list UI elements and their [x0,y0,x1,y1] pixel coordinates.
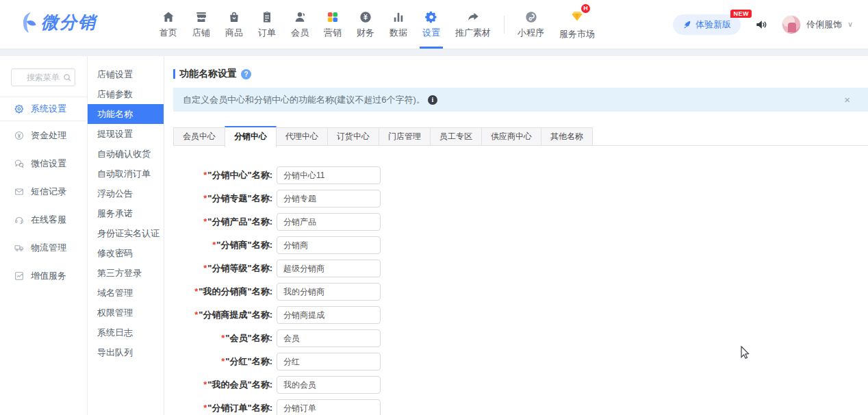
field-input-distribution-topic[interactable] [277,190,381,208]
required-marker: * [221,356,225,366]
nav-item-settings[interactable]: 设置 [415,0,448,49]
form-field-row: *"分销商提成"名称: [164,306,381,324]
tab-other-names[interactable]: 其他名称 [541,127,593,146]
nav-item-miniprogram[interactable]: 小程序 [510,0,552,49]
rocket-icon [682,20,692,29]
submenu-item-id-verification[interactable]: 身份证实名认证 [88,223,164,243]
sidebar-item-system-settings[interactable]: 系统设置 [0,97,87,121]
field-input-distributor[interactable] [277,236,381,254]
try-new-version-button[interactable]: 体验新版 NEW [673,14,741,35]
form-field-row: *"分销等级"名称: [164,260,381,277]
field-input-dividend[interactable] [277,353,381,370]
info-banner: 自定义会员中心和分销中心的功能名称(建议不超过6个字符)。 i × [173,88,868,112]
submenu-item-function-names[interactable]: 功能名称 [88,104,164,124]
submenu-item-export-queue[interactable]: 导出队列 [88,342,164,362]
required-marker: * [212,240,216,250]
page-title: 功能名称设置 [179,68,237,80]
tab-supplier-center[interactable]: 供应商中心 [481,127,541,146]
nav-divider [504,16,505,34]
avatar [782,15,801,34]
field-label: *"分销商提成"名称: [164,309,272,321]
nav-item-home[interactable]: 首页 [152,0,185,49]
nav-label: 订单 [258,27,276,39]
required-marker: * [203,170,207,180]
nav-item-promo-material[interactable]: 推广素材 [448,0,498,49]
gear-icon [14,103,25,114]
nav-item-finance[interactable]: 财务 [349,0,382,49]
field-input-my-member[interactable] [277,376,381,394]
field-input-distributor-commission[interactable] [277,306,381,324]
submenu-item-withdrawal[interactable]: 提现设置 [88,124,164,144]
field-input-my-distributor[interactable] [277,283,381,301]
top-navbar: 微分销 首页 店铺 商品 订单 会员 [0,0,868,49]
sidebar-item-logistics[interactable]: 物流管理 [0,234,87,262]
tab-agent-center[interactable]: 代理中心 [276,127,328,146]
members-icon [293,10,307,24]
submenu-item-domain[interactable]: 域名管理 [88,283,164,303]
nav-item-orders[interactable]: 订单 [251,0,283,49]
app-logo[interactable]: 微分销 [19,11,97,34]
nav-item-goods[interactable]: 商品 [218,0,251,49]
nav-right-cluster: 体验新版 NEW 伶俐服饰 ∨ [673,0,853,49]
wechat-icon [14,158,25,169]
field-label-text: "分销商提成"名称: [199,310,272,320]
submenu-item-change-password[interactable]: 修改密码 [88,243,164,263]
sidebar-search [0,56,87,97]
tab-member-center[interactable]: 会员中心 [173,127,225,146]
field-input-distribution-center[interactable] [277,166,381,184]
submenu-item-shop-params[interactable]: 店铺参数 [88,84,164,104]
banner-text: 自定义会员中心和分销中心的功能名称(建议不超过6个字符)。 [183,94,425,106]
announcement-button[interactable] [754,18,768,32]
sidebar-item-label: 增值服务 [31,270,66,282]
nav-item-service-market[interactable]: H 服务市场 [552,0,602,49]
submenu-item-system-log[interactable]: 系统日志 [88,323,164,342]
speaker-icon [754,18,768,32]
field-input-distribution-level[interactable] [277,260,381,277]
tab-store-management[interactable]: 门店管理 [379,127,431,146]
tab-ordering-center[interactable]: 订货中心 [327,127,379,146]
info-icon[interactable]: i [428,95,437,105]
submenu-item-permissions[interactable]: 权限管理 [88,303,164,323]
user-menu[interactable]: 伶俐服饰 ∨ [782,15,853,34]
search-input[interactable] [11,68,75,86]
nav-label: 推广素材 [455,27,491,39]
field-label: *"我的会员"名称: [164,379,272,391]
field-label: *"分销商"名称: [164,239,272,251]
submenu-item-auto-cancel[interactable]: 自动取消订单 [88,164,164,184]
field-label: *"分销订单"名称: [164,402,272,414]
field-label: *"分销中心"名称: [164,169,272,181]
field-label-text: "分红"名称: [225,356,272,366]
form-field-row: *"分销产品"名称: [164,213,381,231]
submenu-item-shop-settings[interactable]: 店铺设置 [88,64,164,84]
field-input-distribution-product[interactable] [277,213,381,231]
truck-icon [14,242,25,253]
submenu-item-service-promise[interactable]: 服务承诺 [88,203,164,223]
store-icon [194,10,208,24]
tab-staff-zone[interactable]: 员工专区 [430,127,482,146]
form-field-row: *"分红"名称: [164,353,381,370]
nav-item-marketing[interactable]: 营销 [316,0,349,49]
nav-item-store[interactable]: 店铺 [185,0,218,49]
sidebar-item-sms[interactable]: 短信记录 [0,177,87,205]
active-nav-indicator [420,47,443,49]
sidebar-item-customer-service[interactable]: 在线客服 [0,205,87,234]
banner-close-icon[interactable]: × [844,94,850,105]
nav-item-data[interactable]: 数据 [382,0,415,49]
sidebar-item-value-added[interactable]: 增值服务 [0,262,87,290]
tab-distribution-center[interactable]: 分销中心 [225,126,277,147]
help-icon[interactable]: ? [241,69,251,79]
page-title-row: 功能名称设置 ? [173,68,251,80]
sidebar-item-funds[interactable]: 资金处理 [0,121,87,149]
promo-share-icon [466,10,480,24]
nav-item-members[interactable]: 会员 [283,0,316,49]
sidebar-item-wechat[interactable]: 微信设置 [0,149,87,177]
required-marker: * [221,333,225,343]
submenu-item-auto-confirm[interactable]: 自动确认收货 [88,144,164,164]
logo-icon [19,12,37,34]
field-input-member[interactable] [277,329,381,347]
nav-label: 营销 [324,27,342,39]
submenu-item-floating-notice[interactable]: 浮动公告 [88,184,164,203]
submenu-item-third-party-login[interactable]: 第三方登录 [88,263,164,283]
chevron-down-icon: ∨ [847,20,853,29]
field-input-distribution-order[interactable] [277,399,381,415]
